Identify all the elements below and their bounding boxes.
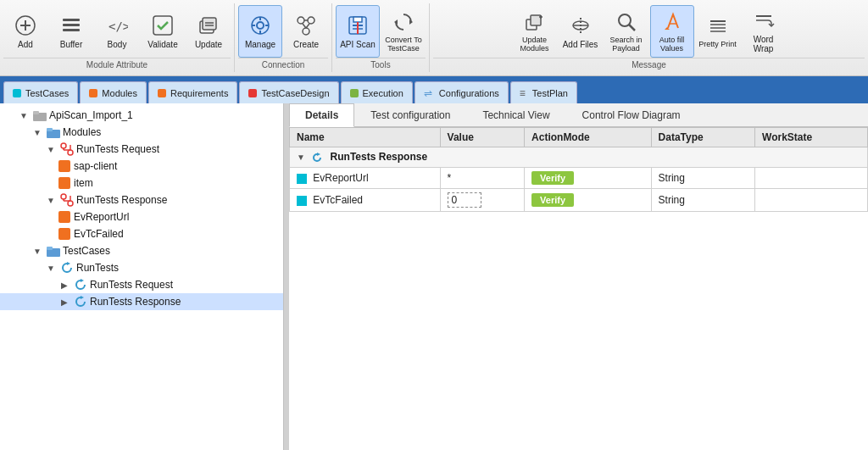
manage-label: Manage <box>245 40 275 49</box>
body-label: Body <box>108 40 127 49</box>
sub-tab-details[interactable]: Details <box>289 103 354 127</box>
evreporturl-name-cell: EvReportUrl <box>290 167 441 188</box>
evtcfailed-value-cell[interactable]: 0 <box>440 188 525 211</box>
buffer-icon <box>59 14 83 37</box>
testcases-tree-label: TestCases <box>63 245 110 257</box>
runtests-req-node-icon <box>60 142 74 156</box>
evreporturl-value-cell[interactable]: * <box>440 167 525 188</box>
evtcfailed-name-cell: EvTcFailed <box>290 188 441 211</box>
svg-marker-68 <box>81 279 84 282</box>
update-modules-button[interactable]: Update Modules <box>513 5 557 58</box>
evtcfailed-verify-badge: Verify <box>531 193 574 207</box>
tree-item-runtests[interactable]: ▼ RunTests <box>0 259 283 276</box>
tree-item-evtcfailed[interactable]: EvTcFailed <box>0 225 283 242</box>
search-payload-label: Search in Payload <box>607 36 646 53</box>
tree-panel: ▼ ApiScan_Import_1 ▼ Modules ▼ <box>0 103 284 450</box>
word-wrap-button[interactable]: Word Wrap <box>742 5 786 58</box>
control-flow-diagram-label: Control Flow Diagram <box>582 109 681 121</box>
tree-item-testcases[interactable]: ▼ TestCases <box>0 242 283 259</box>
tree-item-modules[interactable]: ▼ Modules <box>0 124 283 141</box>
tools-label: Tools <box>336 58 426 71</box>
search-in-payload-button[interactable]: Search in Payload <box>604 5 648 58</box>
add-files-button[interactable]: Add Files <box>559 5 603 58</box>
create-label: Create <box>293 40 319 49</box>
tab-execution[interactable]: Execution <box>341 81 413 103</box>
svg-rect-48 <box>33 111 39 114</box>
tree-item-runtests-request2[interactable]: ▶ RunTests Request <box>0 276 283 293</box>
evreporturl-datatype-cell: String <box>651 167 754 188</box>
collapse-arrow-icon: ▼ <box>17 108 31 122</box>
tab-modules[interactable]: Modules <box>80 81 147 103</box>
runtests-resp2-arrow: ▶ <box>58 295 71 308</box>
runtests-resp2-refresh-icon <box>74 295 87 308</box>
toolbar-group-connection: Manage Create Connection <box>235 3 332 72</box>
pretty-print-label: Pretty Print <box>698 41 737 49</box>
tree-item-runtests-response[interactable]: ▼ RunTests Response <box>0 192 283 208</box>
svg-rect-56 <box>58 160 70 172</box>
evreporturl-label: EvReportUrl <box>74 211 129 223</box>
tab-testcases[interactable]: TestCases <box>3 81 78 103</box>
tree-item-sap-client[interactable]: sap-client <box>0 158 283 175</box>
sap-client-label: sap-client <box>74 160 117 172</box>
tab-requirements[interactable]: Requirements <box>148 81 237 103</box>
convert-to-testcase-button[interactable]: Convert To TestCase <box>381 5 426 58</box>
section-label: RunTests Response <box>331 151 427 163</box>
svg-rect-9 <box>203 18 216 30</box>
tab-testcasedesign[interactable]: TestCaseDesign <box>239 81 338 103</box>
evreporturl-verify-badge: Verify <box>531 171 574 185</box>
main-content: ▼ ApiScan_Import_1 ▼ Modules ▼ <box>0 103 868 450</box>
svg-rect-3 <box>63 19 80 21</box>
add-button[interactable]: Add <box>3 5 47 58</box>
evtcfailed-actionmode-cell[interactable]: Verify <box>525 188 652 211</box>
evtcfailed-workstate-cell <box>755 188 868 211</box>
add-files-label: Add Files <box>563 40 598 49</box>
tree-item-runtests-request[interactable]: ▼ RunTests Request <box>0 141 283 158</box>
test-configuration-label: Test configuration <box>370 109 450 121</box>
sub-tab-test-configuration[interactable]: Test configuration <box>354 103 466 126</box>
api-scan-icon <box>346 14 370 37</box>
svg-line-39 <box>629 25 635 31</box>
svg-rect-5 <box>63 29 80 31</box>
svg-rect-50 <box>47 128 53 131</box>
tree-item-item[interactable]: item <box>0 175 283 192</box>
tab-testplan[interactable]: ≡ TestPlan <box>510 81 577 103</box>
svg-point-59 <box>68 201 73 206</box>
runtests-response-label: RunTests Response <box>76 194 167 206</box>
evreporturl-workstate-cell <box>755 167 868 188</box>
auto-fill-values-button[interactable]: Auto fill Values <box>650 5 694 58</box>
validate-icon <box>151 14 175 37</box>
testplan-icon: ≡ <box>520 87 526 99</box>
modules-collapse-icon: ▼ <box>31 125 44 139</box>
body-icon: </> <box>105 14 129 37</box>
sub-tab-technical-view[interactable]: Technical View <box>466 103 565 126</box>
evtcfailed-value-input[interactable]: 0 <box>448 192 481 208</box>
testcasedesign-label: TestCaseDesign <box>261 88 329 98</box>
update-label: Update <box>195 40 222 49</box>
body-button[interactable]: </> Body <box>95 5 139 58</box>
runtests-request2-label: RunTests Request <box>90 279 173 291</box>
runtests-label: RunTests <box>76 262 119 274</box>
create-button[interactable]: Create <box>284 5 328 58</box>
table-header-row: Name Value ActionMode DataType WorkState <box>290 128 868 147</box>
svg-marker-70 <box>317 153 320 156</box>
validate-button[interactable]: Validate <box>141 5 185 58</box>
manage-button[interactable]: Manage <box>238 5 282 58</box>
api-scan-button[interactable]: API Scan <box>336 5 380 58</box>
tree-item-apiscan-import[interactable]: ▼ ApiScan_Import_1 <box>0 107 283 124</box>
testcases-label: TestCases <box>25 88 69 98</box>
evreporturl-actionmode-cell[interactable]: Verify <box>525 167 652 188</box>
svg-point-13 <box>257 22 264 29</box>
tabs-bar: TestCases Modules Requirements TestCaseD… <box>0 76 868 103</box>
tab-configurations[interactable]: ⇌ Configurations <box>415 81 509 103</box>
tree-item-runtests-response2[interactable]: ▶ RunTests Response <box>0 293 283 310</box>
section-collapse-icon: ▼ <box>297 153 305 162</box>
buffer-button[interactable]: Buffer <box>49 5 93 58</box>
update-button[interactable]: Update <box>186 5 231 58</box>
pretty-print-button[interactable]: Pretty Print <box>696 5 740 58</box>
add-icon <box>14 14 37 37</box>
table-row-evtcfailed: EvTcFailed 0 Verify String <box>290 188 868 211</box>
runtests-request-label: RunTests Request <box>76 143 159 155</box>
testcases-dot <box>13 89 21 97</box>
tree-item-evreporturl[interactable]: EvReportUrl <box>0 208 283 225</box>
sub-tab-control-flow-diagram[interactable]: Control Flow Diagram <box>566 103 697 126</box>
